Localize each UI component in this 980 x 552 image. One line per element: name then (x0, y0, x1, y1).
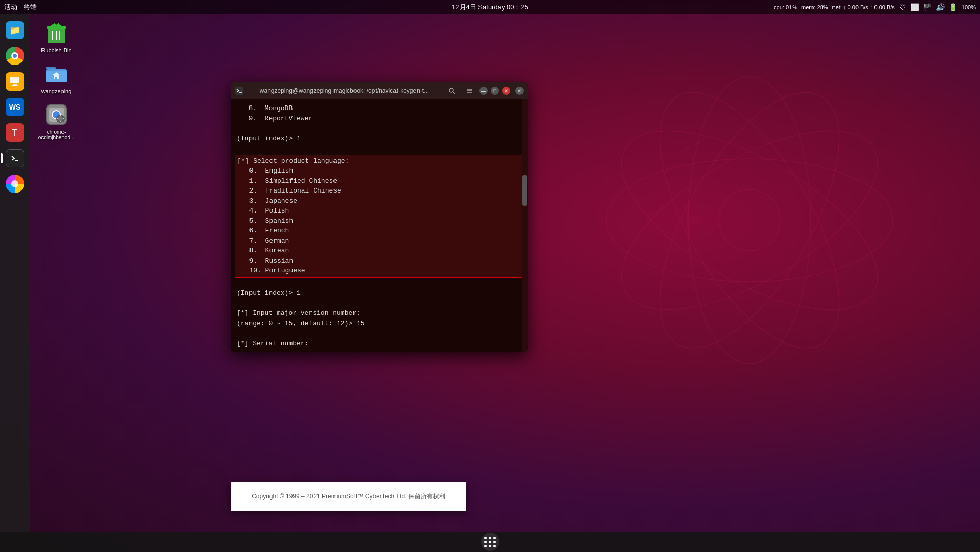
pc-icon (6, 72, 24, 91)
svg-point-10 (692, 158, 694, 160)
files-icon: 📁 (6, 21, 24, 39)
wangzeping-label: wangzeping (41, 88, 72, 94)
terminal-title-icon (235, 86, 244, 95)
show-apps-button[interactable] (481, 533, 499, 551)
terminal-line-lang-1: 1. Simplified Chinese (237, 176, 521, 186)
speaker-icon[interactable]: 🔊 (936, 3, 945, 11)
chrome-icon (6, 47, 24, 65)
active-indicator (1, 153, 3, 163)
desktop-icon-wangzeping[interactable]: wangzeping (36, 61, 77, 94)
terminal-menu-button[interactable] (462, 83, 476, 98)
terminal-line-lang-3: 3. Japanese (237, 196, 521, 206)
rubbish-bin-icon (44, 20, 69, 45)
terminal-title-text: wangzeping@wangzeping-magicbook: /opt/na… (247, 87, 442, 94)
svg-rect-13 (10, 77, 19, 83)
sidebar-item-pcmanager[interactable] (3, 70, 27, 93)
svg-point-9 (707, 153, 710, 155)
copyright-text: Copyright © 1999 – 2021 PremiumSoft™ Cyb… (241, 492, 456, 501)
terminal-line-blank1 (237, 123, 522, 134)
svg-point-39 (449, 88, 453, 92)
collab-icon (6, 175, 24, 193)
svg-rect-27 (55, 77, 57, 79)
svg-point-2 (595, 95, 905, 345)
terminal-maximize-button[interactable]: □ (491, 87, 499, 95)
svg-point-1 (624, 66, 874, 375)
terminal-scrollbar-thumb[interactable] (522, 175, 527, 206)
mem-label: mem: 28% (801, 4, 828, 10)
chrome-ext-icon (44, 102, 69, 127)
desktop-icon-chrome-ext[interactable]: chrome-ocdlmjhbenod... (36, 102, 77, 140)
svg-point-3 (606, 159, 893, 282)
panel-datetime: 12月4日 Saturday 00：25 (452, 3, 528, 12)
terminal-line-lang-0: 0. English (237, 166, 521, 176)
screenshot-icon: ⬜ (910, 3, 919, 11)
terminal-line-lang-5: 5. Spanish (237, 216, 521, 226)
terminal-line-lang-2: 2. Traditional Chinese (237, 186, 521, 196)
terminal-titlebar: wangzeping@wangzeping-magicbook: /opt/na… (231, 82, 528, 99)
svg-rect-14 (13, 84, 17, 85)
bottom-bar (0, 532, 980, 552)
activities-label[interactable]: 活动 (4, 3, 17, 12)
terminal-scrollbar[interactable] (522, 99, 528, 352)
grid-dots-icon (484, 537, 496, 547)
terminal-line-reportviewer: 9. ReportViewer (237, 114, 522, 124)
sidebar-item-collab[interactable] (3, 172, 27, 196)
desktop-icons-area: Rubbish Bin wangzeping (36, 20, 77, 140)
terminal-search-button[interactable] (445, 83, 459, 98)
chrome-ext-label: chrome-ocdlmjhbenod... (38, 129, 75, 140)
terminal-line-mongodb: 8. MongoDB (237, 103, 522, 114)
svg-point-12 (702, 140, 704, 142)
terminal-line-lang-6: 6. French (237, 226, 521, 236)
svg-point-8 (697, 142, 700, 145)
rubbish-bin-label: Rubbish Bin (41, 47, 71, 53)
svg-rect-22 (54, 25, 59, 27)
svg-point-6 (719, 189, 780, 251)
svg-point-5 (624, 66, 874, 375)
svg-point-11 (686, 147, 690, 150)
terminal-window: wangzeping@wangzeping-magicbook: /opt/na… (231, 82, 528, 352)
sidebar-item-files[interactable]: 📁 (3, 18, 27, 42)
terminal-icon (6, 149, 24, 167)
battery-icon: 🔋 (949, 3, 957, 11)
terminal-close2-button[interactable]: ✕ (515, 87, 524, 95)
sidebar-item-webstorm[interactable]: WS (3, 95, 27, 119)
terminal-line-blank4 (237, 299, 522, 309)
svg-point-7 (698, 169, 801, 271)
svg-point-32 (58, 116, 63, 121)
terminal-close-button[interactable]: ✕ (502, 87, 510, 95)
net-label: net: ↓ 0.00 B/s ↑ 0.00 B/s (832, 4, 895, 10)
terminal-line-range: (range: 0 ~ 15, default: 12)> 15 (237, 319, 522, 329)
desktop-icon-rubbish-bin[interactable]: Rubbish Bin (36, 20, 77, 53)
terminal-line-lang-7: 7. German (237, 236, 521, 246)
terminal-line-lang-4: 4. Polish (237, 206, 521, 216)
terminal-line-major: [*] Input major version number: (237, 308, 522, 319)
svg-line-40 (453, 92, 455, 94)
desktop: 活动 终端 12月4日 Saturday 00：25 cpu: 01% mem:… (0, 0, 980, 552)
terminal-line-input2: (Input index)> 1 (237, 288, 522, 299)
terminal-line-blank5 (237, 328, 522, 338)
terminal-line-lang-8: 8. Korean (237, 246, 521, 256)
terminal-minimize-button[interactable]: — (479, 87, 488, 95)
copyright-dialog: Copyright © 1999 – 2021 PremiumSoft™ Cyb… (231, 482, 466, 511)
svg-point-4 (595, 95, 905, 345)
cpu-label: cpu: 01% (774, 4, 797, 10)
home-folder-icon (44, 61, 69, 86)
svg-rect-15 (12, 85, 18, 86)
sidebar-item-terminal[interactable] (3, 146, 27, 170)
webstorm-icon: WS (6, 98, 24, 116)
panel-left: 活动 终端 (4, 3, 37, 12)
terminal-line-serial: [*] Serial number: (237, 338, 522, 349)
terminal-line-input1: (Input index)> 1 (237, 134, 522, 144)
panel-right: cpu: 01% mem: 28% net: ↓ 0.00 B/s ↑ 0.00… (774, 3, 976, 11)
shield-icon: 🛡 (899, 3, 906, 11)
terminal-line-blank3 (237, 279, 522, 289)
terminal-content[interactable]: 8. MongoDB 9. ReportViewer (Input index)… (231, 99, 528, 352)
terminal-selected-block: [*] Select product language: 0. English … (235, 155, 524, 278)
terminal-line-lang-9: 9. Russian (237, 256, 521, 266)
svg-point-0 (688, 77, 811, 364)
sidebar-item-chrome[interactable] (3, 44, 27, 68)
terminal-line-select-lang: [*] Select product language: (237, 156, 521, 166)
top-panel: 活动 终端 12月4日 Saturday 00：25 cpu: 01% mem:… (0, 0, 980, 14)
sidebar: 📁 WS T (0, 14, 30, 532)
sidebar-item-texteditor[interactable]: T (3, 121, 27, 144)
